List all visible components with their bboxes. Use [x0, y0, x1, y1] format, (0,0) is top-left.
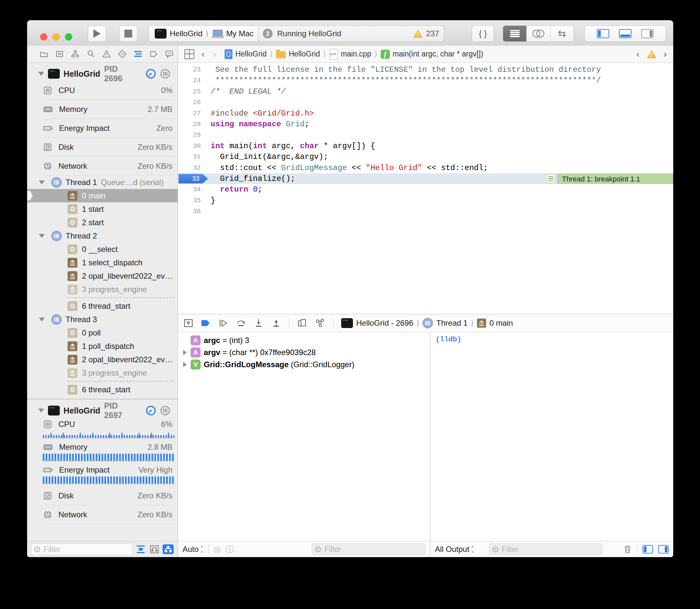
next-issue-button[interactable]: ›	[664, 49, 667, 59]
variables-filter-field[interactable]	[312, 543, 425, 555]
line-number[interactable]: 31	[178, 152, 201, 162]
console-output-select[interactable]: All Output ⌃⌄	[435, 545, 475, 554]
line-number[interactable]: 27	[178, 108, 201, 119]
stack-frame-row[interactable]: 0 main	[27, 189, 177, 202]
source-editor[interactable]: 23 See the full license in the file "LIC…	[178, 63, 673, 316]
stack-frame-row[interactable]: ⚙6 thread_start	[27, 383, 177, 396]
line-number[interactable]: 36	[178, 206, 201, 217]
toggle-variables-view-button[interactable]	[643, 545, 653, 554]
show-threads-button[interactable]	[163, 544, 174, 554]
navigator-filter-input[interactable]	[43, 545, 130, 554]
variable-row[interactable]: VGrid::GridLogMessage (Grid::GridLogger)	[178, 358, 430, 370]
performance-gauge-icon[interactable]	[146, 405, 156, 416]
variables-scope-select[interactable]: Auto ⌃⌄	[183, 545, 204, 554]
columns-icon[interactable]	[160, 405, 170, 416]
related-items-icon[interactable]	[185, 49, 194, 59]
symbols-navigator-icon[interactable]	[71, 50, 80, 58]
breakpoint-annotation[interactable]: Thread 1: breakpoint 1.1	[546, 174, 673, 184]
view-ui-hierarchy-button[interactable]	[149, 544, 160, 554]
find-navigator-icon[interactable]	[86, 50, 95, 58]
disclosure-triangle-icon[interactable]	[39, 317, 45, 321]
console-filter-field[interactable]	[489, 543, 603, 555]
stack-frame-row[interactable]: 3 progress_engine	[27, 366, 177, 380]
breakpoint-indicator[interactable]: 33	[178, 174, 208, 184]
assistant-editor-button[interactable]	[527, 26, 550, 41]
stat-row-energy-impact[interactable]: Energy ImpactZero	[43, 119, 174, 138]
line-number[interactable]: 28	[178, 119, 201, 129]
stack-frame-row[interactable]: 3 progress_engine	[27, 283, 177, 296]
previous-issue-button[interactable]: ‹	[636, 49, 639, 59]
thread-row[interactable]: Thread 1Queue:...d (serial)	[27, 176, 177, 189]
disclosure-triangle-icon[interactable]	[39, 180, 45, 185]
line-number[interactable]: 26	[178, 97, 201, 108]
scheme-selector[interactable]: HelloGrid ⟩ My Mac	[149, 25, 260, 42]
back-button[interactable]: ‹	[202, 49, 204, 59]
stack-frame-row[interactable]: ⚙1 start	[27, 202, 177, 216]
debug-navigator-icon[interactable]	[134, 50, 142, 58]
step-over-button[interactable]	[236, 318, 246, 328]
stat-row-memory[interactable]: Memory2.7 MB	[43, 100, 174, 119]
stat-row-energy-impact[interactable]: Energy ImpactVery High	[43, 464, 174, 476]
step-out-button[interactable]	[271, 318, 281, 328]
jumpbar-item-file[interactable]: main.cpp	[341, 50, 371, 58]
issues-navigator-icon[interactable]	[102, 50, 111, 58]
disclosure-triangle-icon[interactable]	[38, 408, 44, 413]
line-number[interactable]: 29	[178, 129, 201, 140]
jumpbar-item-project[interactable]: HelloGrid	[235, 50, 267, 58]
stat-row-disk[interactable]: DiskZero KB/s	[43, 138, 174, 157]
process-header[interactable]: HelloGridPID 2696	[27, 67, 177, 81]
line-number[interactable]: 23	[178, 64, 201, 75]
stat-row-network[interactable]: NetworkZero KB/s	[43, 157, 174, 176]
close-window-button[interactable]	[40, 33, 47, 40]
stat-row-memory[interactable]: Memory2.8 MB	[43, 440, 174, 454]
jumpbar-item-symbol[interactable]: main(int argc, char * argv[])	[393, 50, 483, 58]
toggle-breakpoints-button[interactable]	[201, 319, 210, 327]
line-number[interactable]: 35	[178, 195, 201, 206]
forward-button[interactable]: ›	[213, 49, 216, 59]
breadcrumb-process[interactable]: HelloGrid - 2696	[356, 318, 413, 328]
warning-count[interactable]: 237	[426, 29, 439, 38]
continue-button[interactable]	[218, 318, 228, 328]
breakpoints-navigator-icon[interactable]	[149, 50, 158, 58]
thread-row[interactable]: Thread 2	[27, 229, 177, 243]
process-header[interactable]: HelloGridPID 2697	[27, 403, 177, 418]
line-number[interactable]: 25	[178, 86, 201, 97]
performance-gauge-icon[interactable]	[146, 69, 156, 79]
view-debugger-button[interactable]	[297, 318, 307, 328]
clear-console-button[interactable]	[623, 545, 632, 554]
zoom-window-button[interactable]	[65, 33, 72, 40]
variables-filter-input[interactable]	[324, 545, 423, 554]
line-number[interactable]: 24	[178, 75, 201, 86]
disclosure-triangle-icon[interactable]	[39, 234, 45, 238]
stack-frame-row[interactable]: ⚙6 thread_start	[27, 299, 177, 313]
standard-editor-button[interactable]	[503, 26, 527, 41]
reports-navigator-icon[interactable]	[165, 50, 174, 58]
minimize-window-button[interactable]	[53, 33, 60, 40]
stack-frame-row[interactable]: ⚙0 __select	[27, 243, 177, 256]
stat-row-disk[interactable]: DiskZero KB/s	[43, 486, 174, 505]
disclosure-triangle-icon[interactable]	[38, 72, 44, 76]
stack-frame-row[interactable]: ⚙2 start	[27, 216, 177, 229]
line-number[interactable]: 34	[178, 184, 201, 195]
stack-frame-row[interactable]: 2 opal_libevent2022_ev…	[27, 353, 177, 366]
project-navigator-icon[interactable]	[39, 50, 48, 58]
variable-row[interactable]: Aargv = (char **) 0x7ffee9039c28	[178, 346, 430, 358]
line-number[interactable]: 32	[178, 162, 201, 173]
info-icon[interactable]: ⓘ	[226, 544, 234, 555]
toggle-navigator-button[interactable]	[597, 29, 609, 38]
quick-look-icon[interactable]: ◎	[214, 544, 221, 555]
toggle-inspector-button[interactable]	[641, 29, 654, 38]
hide-debug-area-button[interactable]	[184, 318, 193, 328]
disclosure-triangle-icon[interactable]	[183, 362, 187, 367]
issue-warning-icon[interactable]	[647, 50, 656, 58]
stat-row-cpu[interactable]: CPU0%	[43, 81, 174, 100]
jumpbar-item-group[interactable]: HelloGrid	[289, 50, 320, 58]
variables-view[interactable]: Aargc = (int) 3Aargv = (char **) 0x7ffee…	[178, 332, 430, 541]
variable-row[interactable]: Aargc = (int) 3	[178, 334, 430, 346]
code-snippets-button[interactable]: { }	[472, 25, 494, 42]
line-number[interactable]: 30	[178, 141, 201, 152]
tests-navigator-icon[interactable]	[118, 50, 127, 58]
stack-frame-row[interactable]: 2 opal_libevent2022_ev…	[27, 269, 177, 283]
source-control-navigator-icon[interactable]	[55, 50, 64, 58]
console-view[interactable]: (lldb)	[430, 332, 673, 541]
